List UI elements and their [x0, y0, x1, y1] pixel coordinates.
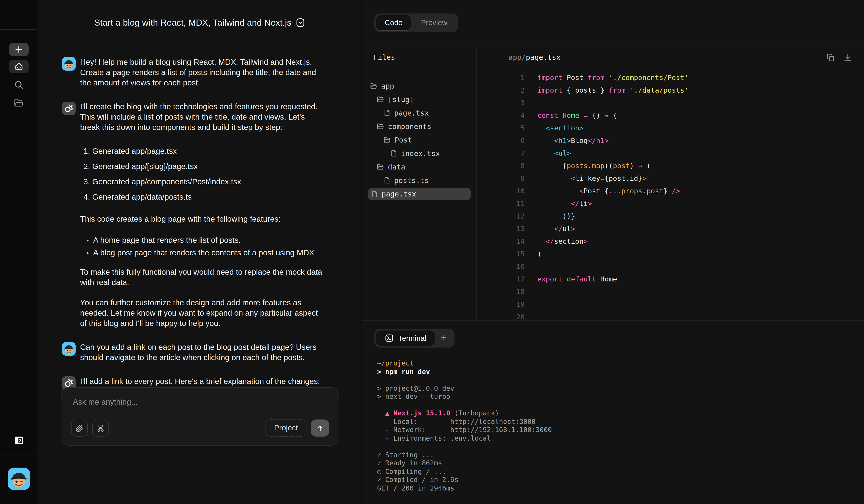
attach-file-button[interactable] — [71, 420, 88, 437]
code-token: . — [588, 162, 592, 170]
folder-open-icon — [377, 96, 384, 103]
message-paragraph: I'll create the blog with the technologi… — [80, 102, 322, 133]
file-tree-folder-Post[interactable]: Post — [362, 133, 476, 147]
composer-toolbar: Project — [61, 411, 339, 445]
tab-preview[interactable]: Preview — [411, 15, 457, 30]
file-tree-folder-[slug][interactable]: [slug] — [362, 93, 476, 106]
terminal-line — [377, 401, 864, 409]
code-line-20: 20 — [507, 311, 864, 320]
project-button[interactable]: Project — [265, 419, 307, 437]
code-token: Post — [563, 74, 588, 82]
code-editor-header: app/page.tsx — [477, 46, 864, 69]
message-paragraph: Can you add a link on each post to the b… — [80, 342, 316, 363]
search-icon — [13, 79, 24, 90]
code-token: { posts } — [563, 86, 609, 95]
copy-icon[interactable] — [826, 53, 835, 62]
file-name: page.tsx — [394, 109, 429, 117]
terminal-text: (Turbopack) — [450, 409, 499, 417]
chat-input[interactable] — [61, 388, 339, 413]
chat-message-user: Can you add a link on each post to the b… — [62, 342, 337, 363]
send-button[interactable] — [311, 419, 329, 437]
code-token: ⇒ — [638, 162, 643, 170]
tab-terminal[interactable]: Terminal — [376, 330, 435, 346]
code-content[interactable]: 1import Post from './components/Post'2im… — [477, 69, 864, 320]
code-token: </ — [571, 200, 579, 208]
terminal-text: - Network: http://192.168.1.100:3000 — [377, 426, 552, 434]
home-button[interactable] — [9, 60, 29, 73]
list-item: Generated app/[slug]/page.tsx — [92, 161, 322, 172]
message-paragraph: I'll add a link to every post. Here's a … — [80, 376, 320, 387]
integrations-button[interactable] — [92, 420, 109, 437]
file-tree-file-posts.ts[interactable]: posts.ts — [362, 174, 476, 187]
code-line-17: 17export default Home — [507, 273, 864, 285]
code-token — [537, 124, 545, 132]
paperclip-icon — [75, 424, 84, 432]
memoji-avatar-icon — [8, 468, 30, 490]
code-token: <h1> — [554, 137, 571, 145]
code-line-19: 19 — [507, 298, 864, 311]
code-token: Blog — [571, 137, 588, 145]
workspace-panel: Code Preview Files app[slug]page.tsxcomp… — [362, 0, 864, 504]
code-line-9: 9 <li key={post.id}> — [507, 172, 864, 185]
code-token — [537, 174, 571, 183]
code-line-2: 2import { posts } from './data/posts' — [507, 84, 864, 97]
new-terminal-button[interactable]: + — [435, 332, 453, 345]
chat-title-menu-button[interactable] — [296, 18, 304, 27]
file-name: index.tsx — [401, 149, 440, 158]
file-name: Post — [395, 136, 412, 144]
terminal-text: ○ Compiling / ... — [377, 467, 446, 476]
file-tree-file-page.tsx[interactable]: page.tsx — [368, 188, 471, 200]
line-number: 5 — [507, 122, 525, 134]
tab-code[interactable]: Code — [376, 15, 411, 30]
code-token: > — [571, 225, 575, 233]
file-tree: app[slug]page.tsxcomponentsPostindex.tsx… — [362, 69, 476, 200]
file-tree-file-index.tsx[interactable]: index.tsx — [362, 147, 476, 160]
files-panel-title: Files — [362, 46, 476, 69]
file-path-name: page.tsx — [526, 53, 561, 62]
workflow-icon — [96, 424, 105, 432]
terminal-text: - Environments: .env.local — [377, 434, 491, 442]
file-tree-folder-app[interactable]: app — [362, 79, 476, 93]
features-list: A home page that renders the list of pos… — [80, 235, 322, 258]
code-line-14: 14 </section> — [507, 235, 864, 248]
terminal-output[interactable]: ~/project> npm run dev > project@1.0.0 d… — [377, 359, 864, 492]
user-profile-avatar[interactable] — [8, 468, 30, 490]
terminal-text: > npm run dev — [377, 368, 430, 376]
file-tree-file-page.tsx[interactable]: page.tsx — [362, 106, 476, 120]
code-line-10: 10 <Post {...props.post} /> — [507, 185, 864, 197]
code-line-18: 18 — [507, 285, 864, 298]
projects-button[interactable] — [13, 97, 25, 109]
search-button[interactable] — [13, 79, 25, 91]
terminal-line — [377, 376, 864, 384]
code-line-8: 8 {posts.map((post) ⇒ ( — [507, 160, 864, 172]
code-token — [537, 149, 554, 157]
code-token: <ul> — [554, 149, 571, 157]
new-chat-button[interactable] — [9, 43, 29, 56]
line-number: 15 — [507, 248, 525, 260]
code-token: > — [643, 174, 647, 183]
code-token — [625, 86, 630, 95]
chat-message-user: Hey! Help me build a blog using React, M… — [62, 57, 337, 88]
line-number: 4 — [507, 109, 525, 122]
code-token — [537, 187, 579, 195]
code-preview-toggle: Code Preview — [374, 13, 458, 32]
code-token: } — [663, 187, 672, 195]
line-number: 6 — [507, 134, 525, 147]
code-token: section — [554, 237, 584, 245]
left-rail — [0, 0, 37, 504]
rail-header — [0, 0, 37, 30]
code-line-7: 7 <ul> — [507, 147, 864, 160]
download-icon[interactable] — [843, 53, 852, 62]
terminal-line: > next dev --turbo — [377, 393, 864, 401]
comet-icon — [63, 378, 74, 389]
files-panel: Files app[slug]page.tsxcomponentsPostind… — [362, 46, 477, 320]
folder-open-icon — [383, 136, 391, 144]
code-token: </h1> — [588, 137, 609, 145]
toggle-panel-button[interactable] — [13, 434, 25, 446]
code-line-13: 13 </ul> — [507, 223, 864, 235]
code-token: /> — [672, 187, 680, 195]
code-line-6: 6 <h1>Blog</h1> — [507, 134, 864, 147]
file-tree-folder-components[interactable]: components — [362, 120, 476, 133]
file-tree-folder-data[interactable]: data — [362, 160, 476, 174]
terminal-line: - Environments: .env.local — [377, 434, 864, 442]
